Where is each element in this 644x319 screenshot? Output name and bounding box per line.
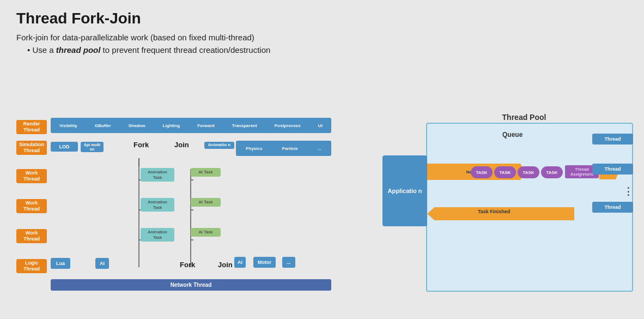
render-item-1: GBuffer	[94, 123, 112, 129]
left-diagram: Render Thread Visibility GBuffer Shadow …	[16, 115, 354, 311]
render-item-6: Postprocess	[274, 123, 302, 129]
slide-bullet: Use a thread pool to prevent frequent th…	[27, 45, 628, 55]
work-thread-1-label: Work Thread	[16, 169, 47, 183]
ai-item-2: AI	[234, 257, 246, 268]
ai-task-1: AI Task	[191, 168, 221, 177]
lua-item: Lua	[51, 258, 70, 269]
render-item-5: Transparent	[231, 123, 258, 129]
join-label: Join	[174, 141, 189, 149]
application-box: Applicatio n	[382, 155, 427, 226]
fork-label: Fork	[133, 141, 149, 149]
bullet-emphasis: thread pool	[56, 45, 101, 55]
logic-dots: ...	[282, 257, 295, 268]
thread-box-3: Thread	[592, 202, 633, 213]
fork-label-2: Fork	[180, 261, 195, 269]
sim-item-2: ...	[317, 146, 323, 152]
thread-pool-title: Thread Pool	[426, 113, 622, 122]
sim-lod: LOD	[51, 142, 78, 152]
work-thread-2-label: Work Thread	[16, 199, 47, 213]
ai-item: AI	[95, 258, 109, 269]
sim-api: Api multi on	[81, 142, 104, 152]
anim-task-3: Animation Task	[141, 228, 174, 242]
ai-task-2: AI Task	[191, 198, 221, 207]
render-pipeline-bar: Visibility GBuffer Shadow Lighting Forwa…	[51, 118, 331, 133]
motor-item: Motor	[253, 257, 276, 268]
thread-box-1: Thread	[592, 134, 633, 145]
simulation-thread-label: Simulation Thread	[16, 141, 47, 155]
anim-task-2: Animation Task	[141, 198, 174, 212]
task-pill-1: TASK	[471, 166, 493, 178]
render-item-2: Shadow	[127, 123, 147, 129]
join-label-2: Join	[218, 261, 233, 269]
render-item-0: Visibility	[58, 123, 78, 129]
queue-label: Queue	[502, 131, 523, 139]
task-finished-label: Task Finished	[478, 209, 510, 214]
task-pill-3: TASK	[518, 166, 539, 178]
slide-title: Thread Fork-Join	[16, 10, 628, 27]
render-thread-label: Render Thread	[16, 120, 47, 134]
sim-anim: Animatio n	[204, 142, 234, 149]
slide-subtitle: Fork-join for data-parallelizable work (…	[16, 33, 628, 42]
network-thread-bar: Network Thread	[51, 279, 331, 291]
render-item-7: UI	[317, 123, 324, 129]
thread-box-2: Thread	[592, 164, 633, 174]
logic-thread-label: Logic Thread	[16, 259, 47, 273]
work-thread-3-label: Work Thread	[16, 229, 47, 243]
ai-task-3: AI Task	[191, 228, 221, 237]
right-diagram: Thread Pool Queue Applicatio n New Task …	[382, 123, 633, 292]
task-pill-4: TASK	[541, 166, 563, 178]
render-item-4: Forward	[196, 123, 216, 129]
bullet-rest: to prevent frequent thread creation/dest…	[100, 45, 270, 55]
render-item-3: Lighting	[162, 123, 181, 129]
sim-item-1: Particle	[281, 146, 299, 152]
anim-task-1: Animation Task	[141, 168, 174, 182]
sim-pipeline-bar: Physics Particle ...	[236, 141, 331, 156]
task-pill-2: TASK	[494, 166, 516, 178]
slide: Thread Fork-Join Fork-join for data-para…	[0, 0, 644, 319]
thread-ellipsis: ⋮	[623, 185, 633, 197]
sim-item-0: Physics	[245, 146, 263, 152]
